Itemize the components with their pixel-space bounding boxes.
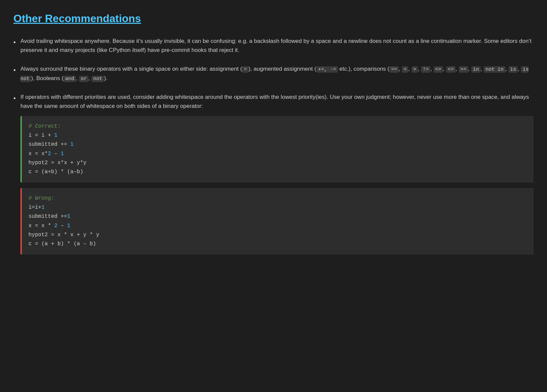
code-bool-not: not	[92, 76, 104, 82]
code-bool-or: or	[79, 76, 88, 82]
code-line-4: hypot2 = x*x + y*y	[28, 158, 527, 168]
code-comp-ops-5: <>	[434, 66, 443, 73]
list-item: If operators with different priorities a…	[13, 92, 534, 255]
code-comment-correct: # Correct:	[28, 122, 527, 131]
code-wrong-line-5: c = (a + b) * (a – b)	[28, 240, 527, 249]
page-title: Other Recommendations	[13, 10, 534, 27]
code-block-wrong: # Wrong: i=i+1 submitted +=1 x = x * 2 –…	[20, 188, 534, 255]
code-wrong-line-2: submitted +=1	[28, 212, 527, 221]
code-line-1: i = i + 1	[28, 131, 527, 140]
code-line-2: submitted += 1	[28, 140, 527, 149]
code-comp-ops-2: <	[402, 66, 408, 73]
bullet-text-1: Avoid trailing whitespace anywhere. Beca…	[20, 38, 532, 53]
code-comp-ops-8: in	[471, 66, 481, 73]
code-line-3: x = x*2 – 1	[28, 149, 527, 158]
code-comp-ops-3: >	[412, 66, 418, 73]
list-item: Always surround these binary operators w…	[13, 64, 534, 83]
code-wrong-line-3: x = x * 2 – 1	[28, 221, 527, 231]
code-comp-ops-10: is	[508, 66, 518, 73]
code-block-correct: # Correct: i = i + 1 submitted += 1 x = …	[20, 116, 534, 183]
list-item: Avoid trailing whitespace anywhere. Beca…	[13, 37, 534, 55]
code-line-5: c = (a+b) * (a–b)	[28, 168, 527, 177]
code-comp-ops-4: !=	[421, 66, 430, 73]
bullet-text-2: Always surround these binary operators w…	[20, 66, 529, 81]
code-wrong-line-1: i=i+1	[28, 203, 527, 212]
code-comp-ops-1: ==	[389, 66, 399, 73]
code-bool-and: and	[63, 76, 76, 82]
code-assign-op: =	[242, 66, 248, 73]
code-aug-ops: +=, -=	[316, 66, 338, 73]
code-wrong-line-4: hypot2 = x * x + y * y	[28, 231, 527, 240]
code-comment-wrong: # Wrong:	[28, 194, 527, 203]
code-comp-ops-7: >=	[459, 66, 468, 73]
recommendations-list: Avoid trailing whitespace anywhere. Beca…	[13, 37, 534, 255]
bullet-content-2: Always surround these binary operators w…	[20, 64, 534, 83]
bullet-content-3: If operators with different priorities a…	[20, 92, 534, 255]
code-comp-ops-9: not in	[484, 66, 505, 73]
code-comp-ops-6: <=	[446, 66, 455, 73]
bullet-content-1: Avoid trailing whitespace anywhere. Beca…	[20, 37, 534, 55]
bullet-text-3: If operators with different priorities a…	[20, 94, 529, 109]
